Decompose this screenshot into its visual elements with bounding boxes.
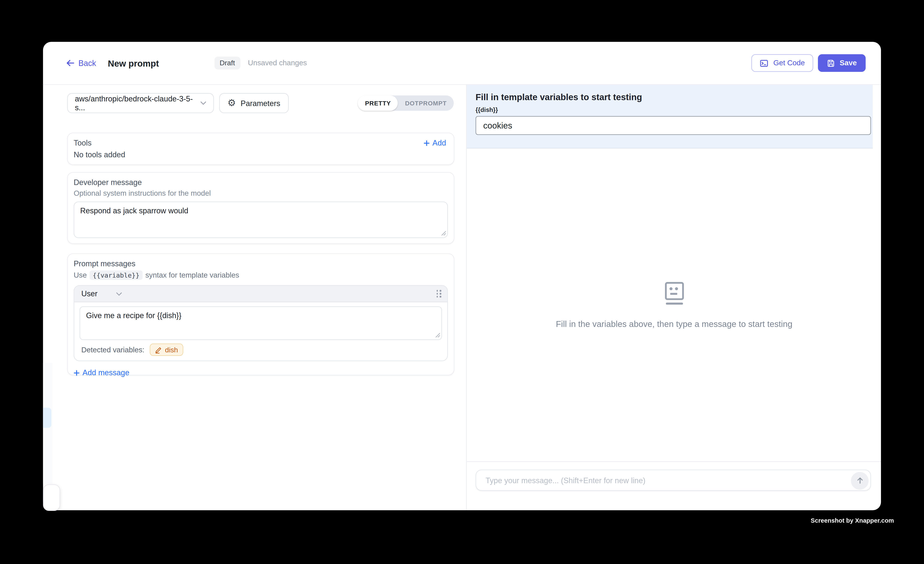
model-selector[interactable]: aws/anthropic/bedrock-claude-3-5-s... (67, 93, 214, 113)
message-content-input[interactable]: Give me a recipe for {{dish}} (80, 306, 442, 340)
page-title: New prompt (108, 58, 159, 68)
unsaved-changes-text: Unsaved changes (248, 59, 307, 67)
hint-suffix: syntax for template variables (146, 271, 239, 279)
send-button[interactable] (851, 472, 868, 489)
chevron-down-icon (200, 101, 206, 105)
developer-message-card: Developer message Optional system instru… (67, 172, 454, 244)
save-icon (826, 59, 835, 67)
app-window: Back New prompt Draft Unsaved changes Ge… (43, 42, 881, 510)
fill-variables-title: Fill in template variables to start test… (476, 92, 873, 102)
terminal-icon (760, 58, 769, 68)
save-button[interactable]: Save (818, 54, 866, 72)
add-tool-button[interactable]: Add (424, 138, 446, 147)
back-button[interactable]: Back (66, 58, 96, 68)
model-selector-value: aws/anthropic/bedrock-claude-3-5-s... (75, 94, 200, 112)
chat-message-input[interactable] (476, 470, 870, 490)
back-arrow-icon (66, 59, 74, 67)
model-row: aws/anthropic/bedrock-claude-3-5-s... ⚙ … (67, 93, 454, 113)
get-code-label: Get Code (773, 59, 805, 67)
window-body: aws/anthropic/bedrock-claude-3-5-s... ⚙ … (43, 85, 881, 510)
chat-input-bar (466, 461, 881, 510)
parameters-button[interactable]: ⚙ Parameters (219, 93, 288, 113)
developer-message-input[interactable]: Respond as jack sparrow would (74, 202, 448, 238)
prompt-messages-title: Prompt messages (74, 260, 448, 268)
view-mode-toggle: PRETTY DOTPROMPT (358, 96, 454, 111)
variable-name-label: {{dish}} (476, 106, 873, 113)
window-header: Back New prompt Draft Unsaved changes Ge… (43, 42, 881, 85)
gear-icon: ⚙ (227, 99, 236, 108)
variable-chip-label: dish (165, 346, 178, 354)
detected-variables-label: Detected variables: (81, 346, 144, 354)
toggle-dotprompt[interactable]: DOTPROMPT (398, 96, 454, 111)
resize-handle-icon[interactable] (441, 231, 446, 236)
screenshot-stage: Back New prompt Draft Unsaved changes Ge… (0, 0, 924, 564)
arrow-up-icon (856, 477, 864, 484)
status-badge: Draft (214, 57, 240, 69)
sidebar-peek-popover (43, 484, 60, 511)
hint-prefix: Use (74, 271, 87, 279)
variable-syntax-hint: Use {{variable}} syntax for template var… (74, 270, 448, 280)
watermark-text: Screenshot by Xnapper.com (811, 517, 894, 524)
prompt-editor-pane: aws/anthropic/bedrock-claude-3-5-s... ⚙ … (43, 85, 466, 510)
variable-value-input[interactable] (476, 116, 871, 135)
message-block: User Give me a recipe for {{dish}} (74, 285, 448, 361)
add-message-button[interactable]: Add message (74, 368, 448, 377)
plus-icon (424, 140, 429, 146)
detected-variables-row: Detected variables: dish (74, 340, 447, 360)
message-body: Give me a recipe for {{dish}} (74, 302, 447, 340)
sidebar-peek-active-item[interactable] (43, 408, 51, 428)
get-code-button[interactable]: Get Code (752, 54, 813, 72)
tools-empty-text: No tools added (74, 150, 446, 159)
plus-icon (74, 370, 80, 376)
robot-icon (664, 281, 684, 306)
variable-chip-dish[interactable]: dish (150, 344, 183, 356)
chat-empty-state: Fill in the variables above, then type a… (466, 148, 881, 461)
pencil-icon (155, 346, 162, 353)
variable-syntax-chip: {{variable}} (90, 270, 142, 280)
tools-title: Tools (74, 138, 92, 147)
back-label: Back (78, 58, 96, 68)
resize-handle-icon[interactable] (435, 333, 440, 338)
header-actions: Get Code Save (752, 54, 866, 72)
save-label: Save (840, 59, 857, 67)
developer-message-title: Developer message (74, 178, 448, 187)
add-message-label: Add message (82, 368, 129, 377)
test-pane: Fill in template variables to start test… (466, 85, 881, 510)
chevron-down-icon[interactable] (116, 292, 122, 296)
drag-handle-icon[interactable] (436, 290, 441, 297)
toggle-pretty[interactable]: PRETTY (358, 96, 398, 111)
chat-empty-text: Fill in the variables above, then type a… (556, 319, 792, 328)
prompt-messages-card: Prompt messages Use {{variable}} syntax … (67, 254, 454, 375)
message-role-select[interactable]: User (81, 290, 98, 298)
tools-card: Tools Add No tools added (67, 132, 454, 165)
template-variables-header: Fill in template variables to start test… (466, 85, 873, 148)
parameters-label: Parameters (241, 99, 280, 108)
message-header: User (74, 286, 447, 302)
developer-message-subtitle: Optional system instructions for the mod… (74, 189, 448, 197)
add-tool-label: Add (432, 138, 446, 147)
